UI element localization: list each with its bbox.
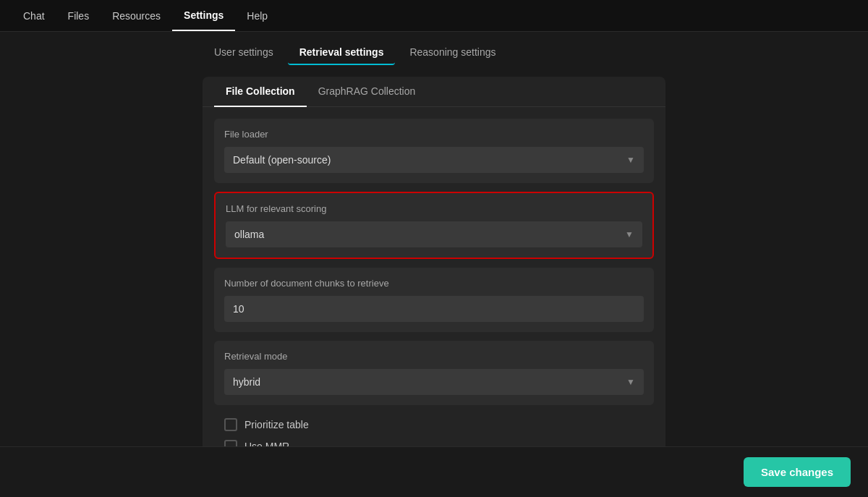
file-loader-section: File loader Default (open-source) Custom… — [214, 119, 654, 183]
llm-scoring-label: LLM for relevant scoring — [226, 203, 642, 214]
tab-file-collection[interactable]: File Collection — [214, 77, 307, 107]
panel-content: File loader Default (open-source) Custom… — [203, 107, 665, 497]
save-changes-button[interactable]: Save changes — [744, 457, 851, 487]
tab-user-settings[interactable]: User settings — [203, 41, 285, 65]
nav-resources[interactable]: Resources — [101, 1, 172, 30]
file-loader-label: File loader — [224, 129, 644, 140]
footer: Save changes — [0, 446, 868, 497]
tab-reasoning-settings[interactable]: Reasoning settings — [398, 41, 507, 65]
main-content: File Collection GraphRAG Collection File… — [0, 77, 868, 497]
nav-chat[interactable]: Chat — [12, 1, 56, 30]
file-loader-select-wrapper: Default (open-source) Custom ▼ — [224, 147, 644, 173]
prioritize-table-label: Prioritize table — [244, 419, 309, 430]
settings-tabs: User settings Retrieval settings Reasoni… — [0, 32, 868, 74]
nav-files[interactable]: Files — [56, 1, 101, 30]
retrieval-mode-label: Retrieval mode — [224, 351, 644, 362]
llm-scoring-select[interactable]: ollama openai anthropic — [226, 221, 642, 247]
chunks-input[interactable] — [224, 296, 644, 322]
retrieval-mode-section: Retrieval mode hybrid dense sparse ▼ — [214, 341, 654, 405]
llm-scoring-select-wrapper: ollama openai anthropic ▼ — [226, 221, 642, 247]
prioritize-table-row: Prioritize table — [214, 414, 654, 436]
nav-help[interactable]: Help — [235, 1, 279, 30]
nav-settings[interactable]: Settings — [172, 1, 235, 31]
tab-retrieval-settings[interactable]: Retrieval settings — [288, 41, 396, 65]
settings-panel: File Collection GraphRAG Collection File… — [203, 77, 665, 497]
chunks-label: Number of document chunks to retrieve — [224, 278, 644, 289]
retrieval-mode-select[interactable]: hybrid dense sparse — [224, 369, 644, 395]
file-loader-select[interactable]: Default (open-source) Custom — [224, 147, 644, 173]
retrieval-mode-select-wrapper: hybrid dense sparse ▼ — [224, 369, 644, 395]
top-nav: Chat Files Resources Settings Help — [0, 0, 868, 32]
tab-graphrag-collection[interactable]: GraphRAG Collection — [307, 77, 427, 107]
chunks-section: Number of document chunks to retrieve — [214, 268, 654, 332]
prioritize-table-checkbox[interactable] — [224, 418, 237, 431]
llm-scoring-section: LLM for relevant scoring ollama openai a… — [214, 192, 654, 259]
collection-tabs: File Collection GraphRAG Collection — [203, 77, 665, 107]
